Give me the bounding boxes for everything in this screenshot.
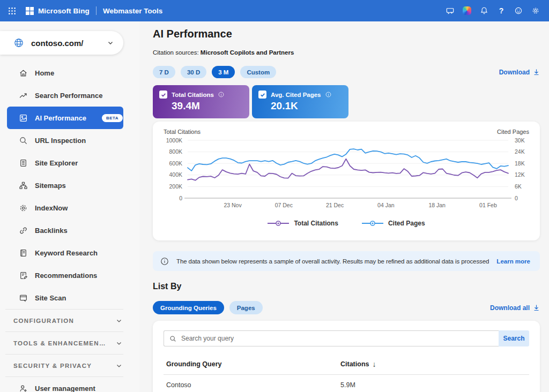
sidebar-item-site-explorer[interactable]: Site Explorer: [0, 152, 139, 174]
window-scan-icon: [19, 293, 28, 303]
app-launcher-waffle-icon[interactable]: [6, 5, 17, 16]
svg-text:21 Dec: 21 Dec: [326, 202, 344, 208]
settings-gear-icon[interactable]: [531, 6, 540, 16]
range-30d-pill[interactable]: 30 D: [181, 66, 206, 78]
feedback-chat-icon[interactable]: [445, 6, 455, 16]
globe-icon: [13, 37, 24, 48]
column-citations[interactable]: Citations ↓: [340, 360, 376, 368]
sidebar-section-configuration[interactable]: CONFIGURATION: [0, 310, 139, 331]
chevron-down-icon: [116, 318, 122, 324]
link-icon: [19, 226, 28, 235]
sidebar-section-tools-enhancements[interactable]: TOOLS & ENHANCEMEN…: [0, 332, 139, 354]
search-box[interactable]: [164, 330, 499, 346]
svg-text:6K: 6K: [515, 183, 522, 190]
sidebar-item-keyword-research[interactable]: Keyword Research: [0, 242, 139, 264]
svg-text:01 Feb: 01 Feb: [479, 202, 497, 208]
notifications-bell-icon[interactable]: [479, 6, 489, 16]
sidebar-item-label: IndexNow: [35, 204, 68, 212]
svg-text:24K: 24K: [515, 148, 525, 155]
column-citations-label: Citations: [340, 360, 369, 368]
svg-text:07 Dec: 07 Dec: [275, 202, 293, 208]
sidebar-item-label: AI Performance: [35, 114, 86, 122]
top-app-bar: Microsoft Bing Webmaster Tools ?: [0, 0, 549, 21]
topbar-icons: ?: [445, 6, 540, 16]
citation-sources-value: Microsoft Copilots and Partners: [201, 49, 294, 56]
metric-value: 20.1K: [271, 100, 342, 112]
sidebar-item-home[interactable]: Home: [0, 62, 139, 84]
help-icon[interactable]: ?: [496, 6, 506, 16]
sidebar-item-site-scan[interactable]: Site Scan: [0, 287, 139, 309]
date-range-filter: 7 D 30 D 3 M Custom Download: [153, 66, 540, 78]
brand-divider: [96, 6, 97, 15]
metric-value: 39.4M: [172, 100, 243, 112]
svg-text:600K: 600K: [169, 160, 182, 167]
citations-chart-card: Total Citations Cited Pages 1000K30K800K…: [153, 122, 540, 240]
sample-data-banner: The data shown below represents a sample…: [153, 251, 540, 271]
download-icon: [533, 69, 540, 76]
query-search: Search: [164, 330, 529, 346]
feedback-smiley-icon[interactable]: [514, 6, 523, 16]
sidebar-item-label: Recommendations: [35, 272, 97, 280]
sidebar-item-url-inspection[interactable]: URL Inspection: [0, 129, 139, 152]
info-icon[interactable]: [218, 92, 224, 97]
search-input[interactable]: [181, 335, 493, 342]
product-name[interactable]: Webmaster Tools: [103, 7, 162, 15]
sort-desc-icon[interactable]: ↓: [372, 360, 376, 368]
search-button[interactable]: Search: [499, 330, 529, 346]
svg-text:200K: 200K: [169, 183, 182, 190]
download-all-label: Download all: [490, 304, 530, 312]
site-selector[interactable]: contoso.com/: [0, 31, 123, 55]
avg-cited-pages-card[interactable]: Avg. Cited Pages 20.1K: [252, 85, 348, 118]
svg-text:18 Jan: 18 Jan: [428, 202, 446, 208]
legend-total-citations[interactable]: Total Citations: [268, 220, 338, 227]
learn-more-link[interactable]: Learn more: [496, 258, 530, 265]
sidebar-section-security-privacy[interactable]: SECURITY & PRIVACY: [0, 355, 139, 376]
avg-cited-pages-checkbox[interactable]: [258, 91, 266, 99]
total-citations-card[interactable]: Total Citations 39.4M: [153, 85, 249, 118]
metric-cards: Total Citations 39.4M Avg. Cited Pages 2…: [153, 85, 540, 118]
sidebar-item-recommendations[interactable]: Recommendations: [0, 264, 139, 287]
sidebar-item-search-performance[interactable]: Search Performance: [0, 84, 139, 107]
legend-label: Total Citations: [294, 220, 338, 227]
sidebar-item-user-management[interactable]: User management: [0, 377, 139, 392]
download-link[interactable]: Download: [499, 69, 540, 76]
total-citations-checkbox[interactable]: [159, 91, 167, 99]
sidebar-item-backlinks[interactable]: Backlinks: [0, 219, 139, 242]
range-custom-pill[interactable]: Custom: [240, 66, 276, 78]
info-icon: [160, 257, 169, 266]
sidebar-item-ai-performance[interactable]: AI Performance BETA: [7, 107, 123, 129]
range-7d-pill[interactable]: 7 D: [153, 66, 175, 78]
copilot-icon[interactable]: [462, 6, 472, 16]
chevron-down-icon: [107, 40, 114, 46]
sidebar-item-indexnow[interactable]: IndexNow: [0, 197, 139, 219]
document-list-icon: [19, 159, 28, 168]
legend-cited-pages[interactable]: Cited Pages: [362, 220, 425, 227]
tab-pages[interactable]: Pages: [229, 301, 263, 314]
cell-query: Contoso: [164, 381, 340, 389]
svg-text:12K: 12K: [515, 171, 525, 178]
range-3m-pill[interactable]: 3 M: [212, 66, 235, 78]
tab-grounding-queries[interactable]: Grounding Queries: [153, 301, 224, 314]
info-icon[interactable]: [325, 92, 331, 97]
sidebar-item-label: User management: [35, 385, 95, 392]
chevron-down-icon: [116, 340, 122, 346]
svg-text:0: 0: [179, 195, 182, 201]
notebook-icon: [19, 248, 28, 258]
citation-sources: Citation sources: Microsoft Copilots and…: [153, 49, 540, 56]
download-all-link[interactable]: Download all: [490, 304, 540, 312]
brand-name[interactable]: Microsoft Bing: [38, 7, 90, 15]
column-grounding-query[interactable]: Grounding Query: [164, 360, 340, 368]
sidebar-item-label: Search Performance: [35, 92, 102, 100]
download-label: Download: [499, 69, 530, 76]
svg-text:0: 0: [515, 195, 518, 201]
svg-text:04 Jan: 04 Jan: [377, 202, 395, 208]
sidebar-item-label: URL Inspection: [35, 137, 86, 145]
brand: Microsoft Bing Webmaster Tools: [26, 6, 162, 15]
sidebar-item-sitemaps[interactable]: Sitemaps: [0, 174, 139, 197]
user-gear-icon: [19, 384, 28, 392]
table-row[interactable]: Contoso 5.9M: [164, 375, 529, 392]
main-content: AI Performance Citation sources: Microso…: [139, 21, 549, 392]
sidebar-nav: Home Search Performance AI Performance B…: [0, 62, 139, 309]
list-by-tabs: Grounding Queries Pages Download all: [153, 301, 540, 314]
svg-text:30K: 30K: [515, 137, 525, 144]
